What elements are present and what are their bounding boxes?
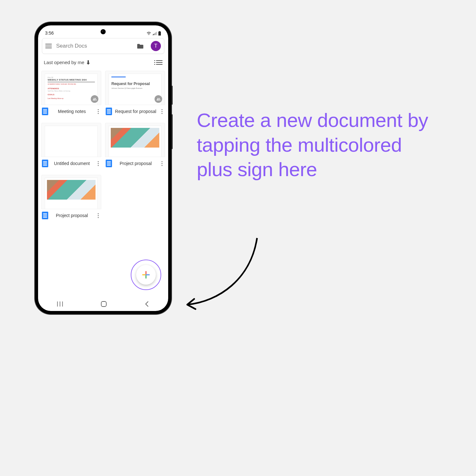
doc-card[interactable]: Untitled document [41, 123, 101, 167]
front-camera [101, 29, 106, 34]
folder-icon[interactable] [137, 43, 144, 49]
account-avatar[interactable]: T [151, 41, 161, 51]
plus-icon [142, 271, 150, 279]
shared-icon [91, 95, 98, 103]
recents-nav-icon[interactable] [57, 301, 63, 307]
phone-side-button [171, 86, 173, 105]
docs-file-icon [106, 160, 112, 167]
new-document-fab[interactable] [136, 265, 156, 285]
phone-side-button [171, 114, 173, 149]
screen: 3:56 Search Docs T Last opened by me [38, 25, 168, 311]
more-icon[interactable] [159, 108, 164, 115]
svg-rect-5 [101, 301, 106, 307]
more-icon[interactable] [96, 212, 101, 219]
svg-rect-4 [146, 274, 147, 275]
more-icon[interactable] [159, 160, 164, 167]
doc-thumbnail [41, 175, 101, 209]
doc-title: Untitled document [50, 161, 94, 166]
doc-card[interactable]: Request for Proposal Johnson Services Q3… [105, 71, 165, 115]
doc-card[interactable]: Project proposal [105, 123, 165, 167]
sort-button[interactable]: Last opened by me [44, 60, 90, 65]
docs-file-icon [42, 212, 48, 219]
wifi-icon [147, 31, 151, 35]
sort-row: Last opened by me [38, 56, 168, 66]
doc-thumbnail: Kick Off WEEKLY STATUS MEETING 3/04 13 M… [41, 71, 101, 105]
sort-label: Last opened by me [44, 60, 84, 65]
doc-title: Request for proposal [114, 109, 157, 114]
docs-file-icon [42, 108, 48, 115]
signal-icon [152, 31, 157, 35]
doc-title: Project proposal [50, 213, 94, 218]
back-nav-icon[interactable] [144, 301, 149, 307]
docs-file-icon [106, 108, 112, 115]
search-input[interactable]: Search Docs [56, 43, 132, 49]
doc-thumbnail [105, 123, 165, 157]
more-icon[interactable] [96, 108, 101, 115]
svg-rect-3 [146, 274, 149, 275]
menu-icon[interactable] [45, 44, 52, 48]
search-bar[interactable]: Search Docs T [42, 38, 164, 54]
status-time: 3:56 [45, 30, 54, 36]
svg-rect-2 [142, 274, 145, 275]
annotation-text: Create a new document by tapping the mul… [197, 108, 441, 182]
svg-rect-1 [146, 275, 147, 278]
android-nav-bar [38, 297, 168, 311]
phone-frame: 3:56 Search Docs T Last opened by me [35, 22, 171, 314]
svg-rect-0 [146, 271, 147, 274]
home-nav-icon[interactable] [101, 301, 107, 307]
doc-thumbnail: Request for Proposal Johnson Services Q3… [105, 71, 165, 105]
battery-icon [158, 31, 161, 36]
doc-card[interactable]: Project proposal [41, 175, 101, 219]
doc-title: Project proposal [114, 161, 157, 166]
doc-title: Meeting notes [50, 109, 94, 114]
annotation-arrow [178, 235, 260, 317]
doc-card[interactable]: Kick Off WEEKLY STATUS MEETING 3/04 13 M… [41, 71, 101, 115]
doc-thumbnail [41, 123, 101, 157]
shared-icon [155, 95, 162, 103]
docs-file-icon [42, 160, 48, 167]
more-icon[interactable] [96, 160, 101, 167]
arrow-down-icon [86, 60, 90, 65]
view-toggle-icon[interactable] [156, 60, 162, 65]
fab-highlight-ring [131, 260, 161, 290]
